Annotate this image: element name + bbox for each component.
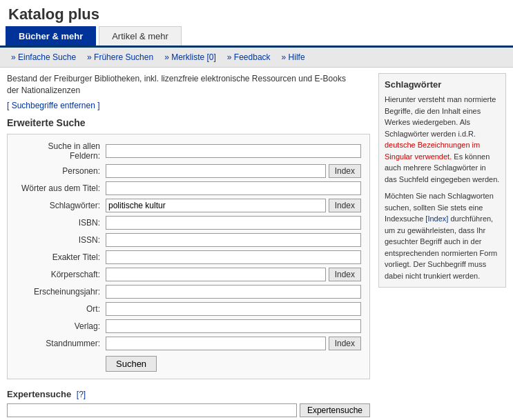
input-place[interactable]	[106, 302, 361, 316]
schlagwoerter-paragraph1: Hierunter versteht man normierte Begriff…	[385, 94, 500, 185]
main-layout: Bestand der Freiburger Bibliotheken, ink…	[0, 68, 513, 420]
input-standnummer[interactable]	[106, 337, 326, 350]
field-row-schlagwoerter: Schlagwörter: Index	[16, 199, 361, 212]
search-btn-row: Suchen	[16, 356, 361, 372]
input-publisher[interactable]	[106, 319, 361, 333]
schlagwoerter-title: Schlagwörter	[385, 79, 500, 90]
label-place: Ort:	[16, 304, 106, 314]
expert-search-input[interactable]	[7, 403, 297, 417]
input-isbn[interactable]	[106, 216, 361, 230]
input-schlagwoerter[interactable]	[106, 199, 326, 212]
tab-articles[interactable]: Artikel & mehr	[99, 26, 182, 46]
field-row-all-fields: Suche in allen Feldern:	[16, 141, 361, 161]
input-all-fields[interactable]	[106, 144, 361, 158]
field-row-isbn: ISBN:	[16, 216, 361, 230]
expert-help-link[interactable]: [?]	[77, 390, 86, 399]
input-title-words[interactable]	[106, 181, 361, 195]
search-button[interactable]: Suchen	[106, 356, 157, 372]
input-year[interactable]	[106, 285, 361, 299]
input-persons[interactable]	[106, 164, 326, 178]
input-exact-title[interactable]	[106, 250, 361, 264]
search-section-title: Erweiterte Suche	[7, 117, 370, 128]
expert-row: Expertensuche	[7, 403, 370, 417]
schlagwoerter-highlight1: deutsche Bezeichnungen im Singular verwe…	[385, 141, 480, 161]
navbar: » Einfache Suche » Frühere Suchen » Merk…	[0, 48, 513, 68]
nav-simple-search[interactable]: » Einfache Suche	[6, 51, 81, 63]
tab-books[interactable]: Bücher & mehr	[6, 26, 96, 46]
schlagwoerter-index-ref: [Index]	[425, 214, 448, 223]
remove-search-terms-link[interactable]: [ Suchbegriffe entfernen ]	[7, 101, 100, 110]
label-all-fields: Suche in allen Feldern:	[16, 141, 106, 161]
field-row-koerperschaft: Körperschaft: Index	[16, 268, 361, 281]
field-row-standnummer: Standnummer: Index	[16, 337, 361, 350]
search-form: Suche in allen Feldern: Personen: Index …	[7, 134, 370, 379]
app: Katalog plus Bücher & mehr Artikel & meh…	[0, 0, 513, 420]
index-btn-koerperschaft[interactable]: Index	[329, 268, 361, 281]
field-row-publisher: Verlag:	[16, 319, 361, 333]
label-isbn: ISBN:	[16, 218, 106, 228]
tab-bar: Bücher & mehr Artikel & mehr	[0, 26, 513, 48]
info-text: Bestand der Freiburger Bibliotheken, ink…	[7, 73, 370, 97]
field-row-year: Erscheinungsjahr:	[16, 285, 361, 299]
field-row-exact-title: Exakter Titel:	[16, 250, 361, 264]
index-btn-standnummer[interactable]: Index	[329, 337, 361, 350]
label-issn: ISSN:	[16, 235, 106, 245]
label-year: Erscheinungsjahr:	[16, 287, 106, 297]
index-btn-persons[interactable]: Index	[329, 164, 361, 178]
expert-section: Expertensuche [?] Expertensuche	[7, 389, 370, 417]
label-exact-title: Exakter Titel:	[16, 252, 106, 262]
expert-search-button[interactable]: Expertensuche	[300, 403, 370, 417]
field-row-place: Ort:	[16, 302, 361, 316]
label-title-words: Wörter aus dem Titel:	[16, 183, 106, 193]
schlagwoerter-paragraph2: Möchten Sie nach Schlagworten suchen, so…	[385, 190, 500, 281]
nav-merkliste[interactable]: » Merkliste [0]	[159, 51, 222, 63]
page-title: Katalog plus	[0, 0, 513, 26]
nav-earlier-searches[interactable]: » Frühere Suchen	[81, 51, 159, 63]
input-issn[interactable]	[106, 233, 361, 247]
label-koerperschaft: Körperschaft:	[16, 270, 106, 279]
right-panel: Schlagwörter Hierunter versteht man norm…	[378, 73, 506, 417]
schlagwoerter-box: Schlagwörter Hierunter versteht man norm…	[378, 73, 506, 288]
expert-title: Expertensuche [?]	[7, 389, 370, 399]
label-standnummer: Standnummer:	[16, 339, 106, 348]
nav-feedback[interactable]: » Feedback	[222, 51, 276, 63]
field-row-persons: Personen: Index	[16, 164, 361, 178]
label-publisher: Verlag:	[16, 321, 106, 331]
index-btn-schlagwoerter[interactable]: Index	[329, 199, 361, 212]
label-persons: Personen:	[16, 166, 106, 176]
label-schlagwoerter: Schlagwörter:	[16, 201, 106, 210]
input-koerperschaft[interactable]	[106, 268, 326, 281]
field-row-title-words: Wörter aus dem Titel:	[16, 181, 361, 195]
remove-link-container: [ Suchbegriffe entfernen ]	[7, 101, 370, 110]
left-panel: Bestand der Freiburger Bibliotheken, ink…	[7, 73, 370, 417]
nav-help[interactable]: » Hilfe	[276, 51, 311, 63]
field-row-issn: ISSN:	[16, 233, 361, 247]
